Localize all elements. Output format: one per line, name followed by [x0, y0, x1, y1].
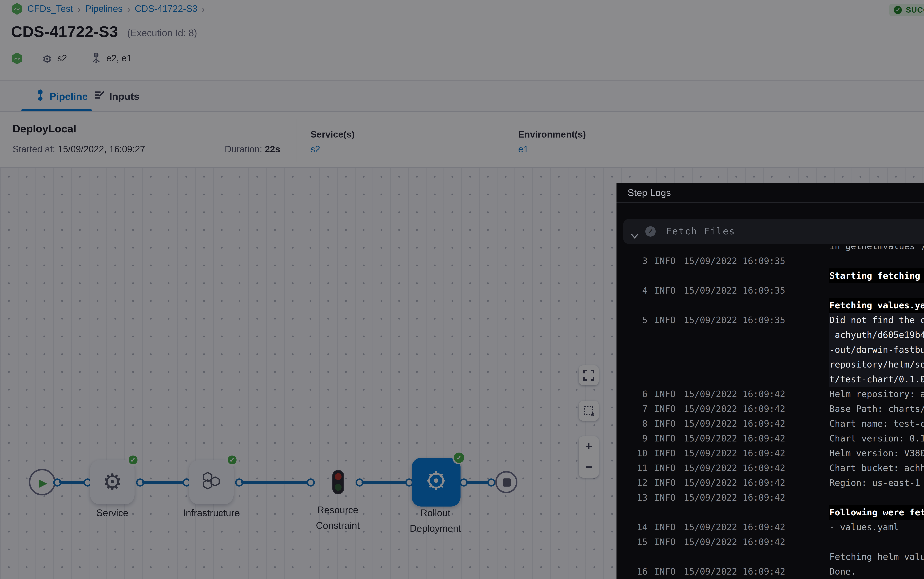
log-message: Helm version: V380	[829, 446, 924, 461]
drawer-title: Step Logs	[628, 187, 671, 198]
log-timestamp: 15/09/2022 16:09:42	[684, 520, 785, 535]
log-level: INFO	[654, 313, 676, 327]
log-row: 16INFO15/09/2022 16:09:42Done.	[617, 564, 924, 579]
log-line-number: 14	[617, 520, 648, 535]
log-row: 13INFO15/09/2022 16:09:42	[617, 490, 924, 505]
log-row: 10INFO15/09/2022 16:09:42Helm version: V…	[617, 446, 924, 461]
log-message: _achyuth/d605e19b46448ceaacb01fb4c19633a…	[829, 327, 924, 342]
log-line-number: 5	[617, 313, 648, 327]
log-row: t/test-chart/0.1.0	[617, 372, 924, 387]
log-timestamp: 15/09/2022 16:09:42	[684, 476, 785, 490]
log-message: Chart name: test-chart	[829, 416, 924, 431]
log-level: INFO	[654, 446, 676, 461]
log-row: repository/helm/source/93602db7-89f2-317…	[617, 357, 924, 372]
log-row: 14INFO15/09/2022 16:09:42- values.yaml	[617, 520, 924, 535]
log-row: -out/darwin-fastbuild/bin/260-delegate/e…	[617, 342, 924, 357]
log-message: Base Path: charts/	[829, 402, 924, 416]
log-row: 12INFO15/09/2022 16:09:42Region: us-east…	[617, 476, 924, 490]
log-message: Did not find the chart and version in lo…	[829, 313, 924, 327]
log-timestamp: 15/09/2022 16:09:35	[684, 313, 785, 327]
log-row: 7INFO15/09/2022 16:09:42Base Path: chart…	[617, 402, 924, 416]
log-line-number: 11	[617, 461, 648, 476]
log-timestamp: 15/09/2022 16:09:42	[684, 490, 785, 505]
log-lines: in getHelmValues )3INFO15/09/2022 16:09:…	[617, 246, 924, 579]
log-level: INFO	[654, 461, 676, 476]
log-timestamp: 15/09/2022 16:09:42	[684, 431, 785, 446]
log-message: Helm repository: aws-qa-setup-modified	[829, 387, 924, 402]
log-timestamp: 15/09/2022 16:09:35	[684, 283, 785, 298]
step-name: Fetch Files	[666, 226, 735, 237]
log-row: 4INFO15/09/2022 16:09:35	[617, 283, 924, 298]
log-scroll-area[interactable]: in getHelmValues )3INFO15/09/2022 16:09:…	[617, 246, 924, 579]
log-message: Following were fetched successfully :	[829, 505, 924, 520]
log-row: 6INFO15/09/2022 16:09:42Helm repository:…	[617, 387, 924, 402]
log-level: INFO	[654, 490, 676, 505]
chevron-down-icon[interactable]	[630, 229, 639, 242]
log-message: repository/helm/source/93602db7-89f2-317…	[829, 357, 924, 372]
log-timestamp: 15/09/2022 16:09:42	[684, 535, 785, 550]
log-row: 8INFO15/09/2022 16:09:42Chart name: test…	[617, 416, 924, 431]
harness-pipeline-execution-app: CFDs_Test › Pipelines › CDS-41722-S3 › C…	[0, 0, 924, 579]
log-message: Starting fetching Helm values	[829, 268, 924, 283]
log-message: Fetching values.yaml from helm chart rep…	[829, 298, 924, 313]
log-timestamp: 15/09/2022 16:09:35	[684, 254, 785, 268]
log-message: - values.yaml	[829, 520, 924, 535]
log-line-number: 6	[617, 387, 648, 402]
log-line-number: 8	[617, 416, 648, 431]
log-row: 11INFO15/09/2022 16:09:42Chart bucket: a…	[617, 461, 924, 476]
log-level: INFO	[654, 254, 676, 268]
log-row: _achyuth/d605e19b46448ceaacb01fb4c19633a…	[617, 327, 924, 342]
log-message: in getHelmValues )	[829, 246, 924, 254]
log-message: Region: us-east-1	[829, 476, 924, 490]
log-timestamp: 15/09/2022 16:09:42	[684, 564, 785, 579]
log-level: INFO	[654, 520, 676, 535]
log-timestamp: 15/09/2022 16:09:42	[684, 387, 785, 402]
log-message: Chart bucket: achhelmbucket	[829, 461, 924, 476]
log-row: Fetching values.yaml from helm chart rep…	[617, 298, 924, 313]
log-level: INFO	[654, 416, 676, 431]
log-step-section-header[interactable]: ✓ Fetch Files ↑ ↓ 9s	[623, 219, 924, 244]
log-line-number: 4	[617, 283, 648, 298]
log-level: INFO	[654, 283, 676, 298]
log-level: INFO	[654, 431, 676, 446]
log-message: -out/darwin-fastbuild/bin/260-delegate/e…	[829, 342, 924, 357]
log-row: 15INFO15/09/2022 16:09:42	[617, 535, 924, 550]
log-row: 5INFO15/09/2022 16:09:35Did not find the…	[617, 313, 924, 327]
log-row: 3INFO15/09/2022 16:09:35	[617, 254, 924, 268]
log-row: 9INFO15/09/2022 16:09:42Chart version: 0…	[617, 431, 924, 446]
log-level: INFO	[654, 387, 676, 402]
log-timestamp: 15/09/2022 16:09:42	[684, 446, 785, 461]
log-line-number: 3	[617, 254, 648, 268]
log-message: Chart version: 0.1.0	[829, 431, 924, 446]
log-row: Following were fetched successfully :	[617, 505, 924, 520]
log-row: Fetching helm values completed successfu…	[617, 550, 924, 564]
log-message: Done.	[829, 564, 924, 579]
log-level: INFO	[654, 564, 676, 579]
step-logs-drawer: Step Logs Console View ✓ Fetch Files	[617, 183, 924, 579]
log-timestamp: 15/09/2022 16:09:42	[684, 402, 785, 416]
log-line-number: 12	[617, 476, 648, 490]
log-line-number: 15	[617, 535, 648, 550]
divider	[617, 202, 924, 203]
step-success-icon: ✓	[645, 226, 656, 237]
drawer-header: Step Logs Console View	[617, 183, 924, 202]
log-timestamp: 15/09/2022 16:09:42	[684, 461, 785, 476]
log-line-number: 10	[617, 446, 648, 461]
log-line-number: 9	[617, 431, 648, 446]
log-row: in getHelmValues )	[617, 246, 924, 254]
log-line-number: 16	[617, 564, 648, 579]
log-message: t/test-chart/0.1.0	[829, 372, 924, 387]
log-line-number: 13	[617, 490, 648, 505]
log-message: Fetching helm values completed successfu…	[829, 550, 924, 564]
log-line-number: 7	[617, 402, 648, 416]
log-level: INFO	[654, 535, 676, 550]
log-level: INFO	[654, 476, 676, 490]
log-row: Starting fetching Helm values	[617, 268, 924, 283]
log-level: INFO	[654, 402, 676, 416]
log-timestamp: 15/09/2022 16:09:42	[684, 416, 785, 431]
